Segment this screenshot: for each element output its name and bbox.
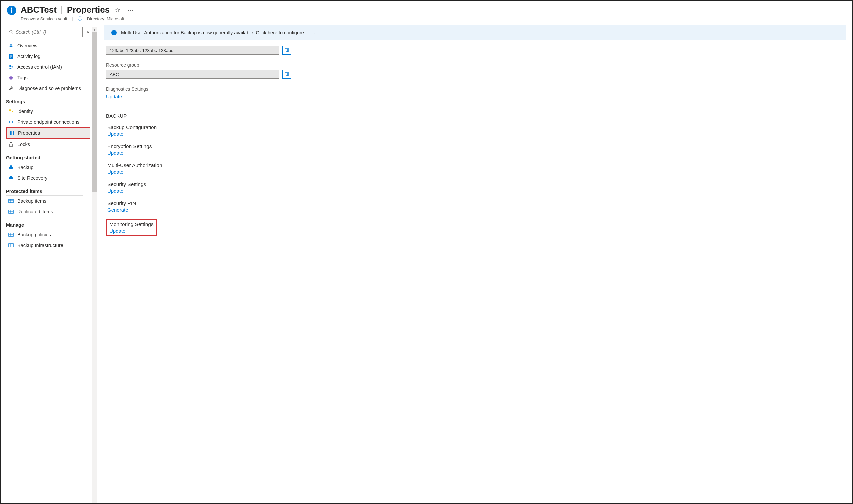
search-icon bbox=[9, 30, 14, 34]
sidebar-item-identity[interactable]: Identity bbox=[6, 106, 90, 116]
svg-rect-9 bbox=[10, 57, 11, 58]
sidebar-item-locks[interactable]: Locks bbox=[6, 139, 90, 150]
svg-point-3 bbox=[10, 30, 12, 33]
property-action-link[interactable]: Update bbox=[109, 228, 154, 234]
svg-rect-37 bbox=[114, 32, 114, 34]
sidebar-item-label: Locks bbox=[17, 142, 30, 147]
svg-rect-22 bbox=[9, 144, 13, 146]
search-input[interactable] bbox=[16, 29, 80, 35]
svg-rect-7 bbox=[10, 55, 12, 56]
grid-icon bbox=[8, 209, 14, 215]
directory-label: Directory: Microsoft bbox=[87, 16, 124, 21]
sidebar-item-backup-items[interactable]: Backup items bbox=[6, 196, 90, 206]
info-banner[interactable]: Multi-User Authorization for Backup is n… bbox=[104, 25, 846, 40]
property-security-pin: Security PINGenerate bbox=[106, 200, 846, 213]
sidebar-item-label: Properties bbox=[18, 130, 40, 136]
svg-rect-2 bbox=[11, 9, 12, 13]
property-label: Security Settings bbox=[107, 181, 846, 187]
svg-point-11 bbox=[12, 66, 13, 68]
sidebar-item-site-recovery[interactable]: Site Recovery bbox=[6, 173, 90, 183]
sidebar-item-label: Activity log bbox=[17, 54, 40, 59]
info-icon: ⓘ bbox=[77, 16, 82, 22]
sidebar-group-settings: Settings bbox=[6, 95, 83, 106]
vault-icon bbox=[7, 5, 17, 15]
svg-rect-8 bbox=[10, 56, 12, 57]
svg-point-10 bbox=[9, 65, 11, 67]
favorite-button[interactable]: ☆ bbox=[113, 6, 122, 14]
resource-group-label: Resource group bbox=[106, 62, 846, 68]
svg-rect-21 bbox=[13, 131, 14, 135]
content-pane: Multi-User Authorization for Backup is n… bbox=[97, 25, 852, 503]
property-action-link[interactable]: Update bbox=[107, 131, 846, 137]
svg-rect-23 bbox=[8, 199, 13, 203]
sidebar-item-label: Backup Infrastructure bbox=[17, 243, 63, 248]
sidebar-item-backup-policies[interactable]: Backup policies bbox=[6, 229, 90, 240]
sidebar-item-label: Site Recovery bbox=[17, 176, 47, 181]
sidebar-item-replicated-items[interactable]: Replicated items bbox=[6, 206, 90, 217]
arrow-right-icon: → bbox=[311, 30, 316, 36]
property-action-link[interactable]: Update bbox=[107, 150, 846, 156]
svg-point-5 bbox=[10, 43, 12, 46]
resource-title: ABCTest bbox=[21, 5, 57, 15]
collapse-sidebar-button[interactable]: « bbox=[86, 28, 90, 36]
svg-rect-19 bbox=[10, 131, 11, 135]
sidebar-item-overview[interactable]: Overview bbox=[6, 40, 90, 51]
sidebar-group-manage: Manage bbox=[6, 219, 83, 229]
sidebar-item-label: Tags bbox=[17, 75, 28, 80]
sidebar-scrollbar[interactable]: ▴ bbox=[92, 27, 97, 503]
wrench-icon bbox=[8, 85, 14, 91]
search-input-wrapper[interactable] bbox=[6, 27, 83, 37]
sidebar-item-diagnose-and-solve-problems[interactable]: Diagnose and solve problems bbox=[6, 83, 90, 93]
grid-icon bbox=[8, 232, 14, 238]
property-multi-user-authorization: Multi-User AuthorizationUpdate bbox=[106, 162, 846, 175]
more-button[interactable]: ⋯ bbox=[126, 6, 136, 14]
svg-point-12 bbox=[11, 76, 12, 77]
resource-type: Recovery Services vault bbox=[21, 16, 67, 21]
property-label: Backup Configuration bbox=[107, 125, 846, 130]
sidebar-group-protected-items: Protected items bbox=[6, 185, 83, 196]
sidebar-item-label: Private endpoint connections bbox=[17, 119, 79, 125]
sidebar-item-access-control-iam-[interactable]: Access control (IAM) bbox=[6, 61, 90, 72]
diagnostics-update-link[interactable]: Update bbox=[106, 93, 122, 99]
sidebar-item-tags[interactable]: Tags bbox=[6, 72, 90, 83]
property-label: Multi-User Authorization bbox=[107, 162, 846, 168]
svg-rect-18 bbox=[10, 122, 12, 122]
copy-vault-id-button[interactable] bbox=[282, 46, 291, 55]
backup-section-title: BACKUP bbox=[106, 113, 846, 119]
property-monitoring-settings: Monitoring SettingsUpdate bbox=[106, 219, 157, 236]
sidebar-item-backup[interactable]: Backup bbox=[6, 162, 90, 173]
log-icon bbox=[8, 53, 14, 59]
grid-icon bbox=[8, 198, 14, 204]
svg-rect-36 bbox=[114, 31, 114, 32]
sidebar-item-label: Backup policies bbox=[17, 232, 51, 237]
property-action-link[interactable]: Update bbox=[107, 169, 846, 175]
key-icon bbox=[8, 108, 14, 114]
sidebar-item-private-endpoint-connections[interactable]: Private endpoint connections bbox=[6, 116, 90, 127]
cloud-icon bbox=[8, 164, 14, 170]
sidebar-item-properties[interactable]: Properties bbox=[6, 127, 90, 139]
sidebar-item-label: Diagnose and solve problems bbox=[17, 86, 81, 91]
property-label: Monitoring Settings bbox=[109, 221, 154, 227]
svg-rect-1 bbox=[11, 8, 12, 9]
sidebar-item-label: Backup items bbox=[17, 198, 46, 204]
page-header: ABCTest | Properties ☆ ⋯ Recovery Servic… bbox=[1, 1, 852, 25]
sidebar-item-label: Identity bbox=[17, 109, 33, 114]
props-icon bbox=[8, 130, 15, 136]
property-action-link[interactable]: Generate bbox=[107, 207, 846, 213]
sidebar-item-label: Replicated items bbox=[17, 209, 53, 214]
sidebar-item-label: Access control (IAM) bbox=[17, 64, 62, 70]
sidebar-item-backup-infrastructure[interactable]: Backup Infrastructure bbox=[6, 240, 90, 251]
sidebar-item-label: Overview bbox=[17, 43, 37, 48]
property-action-link[interactable]: Update bbox=[107, 188, 846, 194]
tag-icon bbox=[8, 75, 14, 80]
copy-resource-group-button[interactable] bbox=[282, 70, 291, 79]
sidebar-item-activity-log[interactable]: Activity log bbox=[6, 51, 90, 61]
property-backup-configuration: Backup ConfigurationUpdate bbox=[106, 125, 846, 137]
endpoint-icon bbox=[8, 119, 14, 125]
svg-line-4 bbox=[12, 33, 13, 34]
svg-rect-26 bbox=[8, 210, 13, 213]
svg-rect-29 bbox=[8, 233, 13, 236]
resource-group-field[interactable] bbox=[106, 70, 279, 78]
property-label: Encryption Settings bbox=[107, 143, 846, 149]
vault-id-field[interactable] bbox=[106, 46, 279, 55]
